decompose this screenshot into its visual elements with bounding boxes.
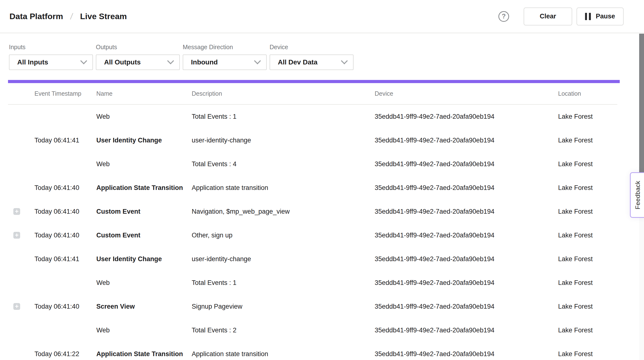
filter-outputs: Outputs All Outputs [96, 44, 180, 70]
table-row[interactable]: Today 06:41:41User Identity Changeuser-i… [8, 128, 617, 152]
cell-description: Total Events : 2 [192, 327, 375, 334]
outputs-dropdown-value: All Outputs [104, 58, 141, 66]
cell-device: 35eddb41-9ff9-49e2-7aed-20afa90eb194 [375, 113, 558, 120]
cell-device: 35eddb41-9ff9-49e2-7aed-20afa90eb194 [375, 350, 558, 358]
cell-device: 35eddb41-9ff9-49e2-7aed-20afa90eb194 [375, 208, 558, 215]
cell-description: Total Events : 1 [192, 279, 375, 287]
pause-button-label: Pause [596, 12, 615, 20]
live-stream-page: Data Platform / Live Stream ? Clear Paus… [0, 0, 644, 360]
cell-location: Lake Forest [558, 255, 617, 263]
cell-description: user-identity-change [192, 255, 375, 263]
breadcrumb-page: Live Stream [80, 12, 127, 21]
cell-location: Lake Forest [558, 208, 617, 215]
table-row[interactable]: WebTotal Events : 135eddb41-9ff9-49e2-7a… [8, 271, 617, 295]
cell-description: Application state transition [192, 350, 375, 358]
cell-name: Web [96, 279, 192, 287]
column-header-description: Description [192, 90, 375, 97]
cell-location: Lake Forest [558, 327, 617, 334]
chevron-down-icon [341, 57, 348, 64]
help-icon[interactable]: ? [498, 11, 509, 22]
cell-location: Lake Forest [558, 113, 617, 120]
breadcrumb-section[interactable]: Data Platform [10, 12, 63, 21]
vertical-scrollbar-thumb[interactable] [639, 34, 644, 172]
table-row[interactable]: WebTotal Events : 135eddb41-9ff9-49e2-7a… [8, 105, 617, 128]
cell-timestamp: Today 06:41:22 [34, 350, 96, 358]
table-body: WebTotal Events : 135eddb41-9ff9-49e2-7a… [8, 105, 617, 360]
table-header-row: Event Timestamp Name Description Device … [8, 83, 617, 105]
cell-location: Lake Forest [558, 350, 617, 358]
cell-location: Lake Forest [558, 160, 617, 168]
message-direction-dropdown-value: Inbound [191, 58, 218, 66]
inputs-dropdown[interactable]: All Inputs [9, 54, 93, 70]
cell-timestamp: Today 06:41:41 [34, 137, 96, 144]
filter-bar: Inputs All Inputs Outputs All Outputs Me… [9, 44, 354, 70]
cell-device: 35eddb41-9ff9-49e2-7aed-20afa90eb194 [375, 137, 558, 144]
cell-timestamp: Today 06:41:40 [34, 303, 96, 310]
table-row[interactable]: WebTotal Events : 435eddb41-9ff9-49e2-7a… [8, 152, 617, 176]
breadcrumb: Data Platform / Live Stream [10, 11, 127, 21]
expand-row-icon[interactable]: + [13, 208, 20, 215]
live-stream-table: Event Timestamp Name Description Device … [8, 83, 617, 360]
outputs-dropdown[interactable]: All Outputs [96, 54, 180, 70]
filter-inputs-label: Inputs [9, 44, 93, 51]
expand-row-icon[interactable]: + [13, 303, 20, 310]
cell-expand: + [8, 303, 34, 310]
column-header-event-timestamp: Event Timestamp [34, 90, 96, 97]
table-row[interactable]: WebTotal Events : 235eddb41-9ff9-49e2-7a… [8, 318, 617, 342]
device-dropdown[interactable]: All Dev Data [270, 54, 354, 70]
cell-description: Navigation, $mp_web_page_view [192, 208, 375, 215]
column-header-device: Device [375, 90, 558, 97]
filter-device: Device All Dev Data [270, 44, 354, 70]
header-bar: Data Platform / Live Stream ? Clear Paus… [0, 0, 644, 33]
chevron-down-icon [80, 57, 87, 64]
message-direction-dropdown[interactable]: Inbound [183, 54, 267, 70]
table-row[interactable]: +Today 06:41:40Custom EventOther, sign u… [8, 223, 617, 247]
cell-timestamp: Today 06:41:40 [34, 208, 96, 215]
table-row[interactable]: Today 06:41:41User Identity Changeuser-i… [8, 247, 617, 271]
cell-name: Custom Event [96, 208, 192, 215]
cell-location: Lake Forest [558, 279, 617, 287]
cell-device: 35eddb41-9ff9-49e2-7aed-20afa90eb194 [375, 160, 558, 168]
cell-device: 35eddb41-9ff9-49e2-7aed-20afa90eb194 [375, 232, 558, 239]
cell-timestamp: Today 06:41:40 [34, 184, 96, 192]
cell-expand: + [8, 208, 34, 215]
cell-name: Screen View [96, 303, 192, 310]
chevron-down-icon [167, 57, 174, 64]
cell-description: user-identity-change [192, 137, 375, 144]
cell-timestamp: Today 06:41:41 [34, 255, 96, 263]
table-row[interactable]: Today 06:41:22Application State Transiti… [8, 342, 617, 360]
feedback-tab[interactable]: Feedback [630, 172, 644, 218]
table-row[interactable]: +Today 06:41:40Custom EventNavigation, $… [8, 200, 617, 223]
pause-icon [585, 13, 591, 20]
cell-name: User Identity Change [96, 137, 192, 144]
filter-inputs: Inputs All Inputs [9, 44, 93, 70]
table-row[interactable]: +Today 06:41:40Screen ViewSignup Pagevie… [8, 295, 617, 318]
column-header-location: Location [558, 90, 617, 97]
cell-description: Application state transition [192, 184, 375, 192]
cell-device: 35eddb41-9ff9-49e2-7aed-20afa90eb194 [375, 279, 558, 287]
cell-device: 35eddb41-9ff9-49e2-7aed-20afa90eb194 [375, 184, 558, 192]
cell-name: Web [96, 327, 192, 334]
pause-button[interactable]: Pause [576, 7, 624, 25]
cell-location: Lake Forest [558, 232, 617, 239]
clear-button[interactable]: Clear [524, 7, 572, 25]
cell-name: Application State Transition [96, 184, 192, 192]
filter-message-direction: Message Direction Inbound [183, 44, 267, 70]
cell-description: Other, sign up [192, 232, 375, 239]
feedback-tab-label: Feedback [634, 181, 642, 209]
table-row[interactable]: Today 06:41:40Application State Transiti… [8, 176, 617, 200]
filter-message-direction-label: Message Direction [183, 44, 267, 51]
cell-name: Web [96, 160, 192, 168]
chevron-down-icon [254, 57, 261, 64]
expand-row-icon[interactable]: + [13, 232, 20, 239]
cell-description: Signup Pageview [192, 303, 375, 310]
cell-description: Total Events : 1 [192, 113, 375, 120]
cell-device: 35eddb41-9ff9-49e2-7aed-20afa90eb194 [375, 303, 558, 310]
cell-description: Total Events : 4 [192, 160, 375, 168]
column-header-name: Name [96, 90, 192, 97]
cell-name: Web [96, 113, 192, 120]
cell-location: Lake Forest [558, 184, 617, 192]
cell-device: 35eddb41-9ff9-49e2-7aed-20afa90eb194 [375, 255, 558, 263]
inputs-dropdown-value: All Inputs [17, 58, 48, 66]
cell-location: Lake Forest [558, 137, 617, 144]
